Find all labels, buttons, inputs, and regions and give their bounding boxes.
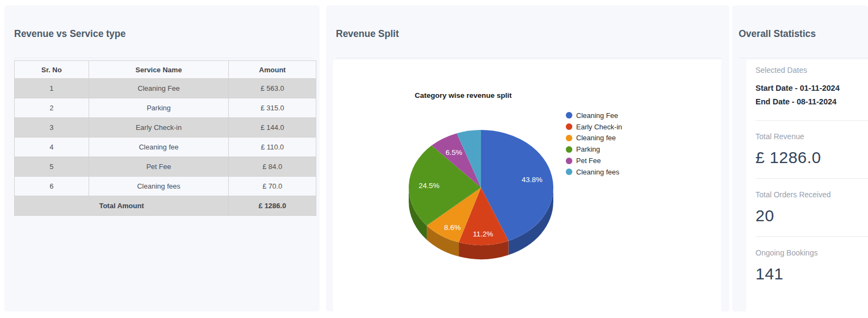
revenue-split-card: Revenue Split Category wise revenue spli… <box>326 5 729 311</box>
divider <box>739 58 868 58</box>
divider <box>755 120 868 121</box>
table-header-row: Sr. NoService NameAmount <box>15 61 316 79</box>
legend-color-dot <box>566 112 572 119</box>
total-amount-value: £ 1286.0 <box>229 196 316 216</box>
legend-item[interactable]: Cleaning fee <box>566 133 622 144</box>
pie-chart-title: Category wise revenue split <box>415 91 512 99</box>
legend-color-dot <box>566 123 572 130</box>
legend-item[interactable]: Parking <box>566 144 622 155</box>
revenue-vs-service-card: Revenue vs Service type Sr. NoService Na… <box>4 5 320 311</box>
selected-dates-label: Selected Dates <box>755 66 863 74</box>
card-title-overall-statistics: Overall Statistics <box>739 28 816 40</box>
total-orders-label: Total Orders Received <box>755 190 863 199</box>
column-header: Amount <box>229 61 316 79</box>
legend-color-dot <box>566 158 572 164</box>
divider <box>755 236 868 237</box>
pie-percent-label: 24.5% <box>419 182 439 190</box>
end-date-text: End Date - 08-11-2024 <box>755 95 863 109</box>
card-title-revenue-vs-service: Revenue vs Service type <box>14 28 126 40</box>
table-total-row: Total Amount £ 1286.0 <box>15 196 316 216</box>
divider <box>336 58 722 58</box>
revenue-table: Sr. NoService NameAmount 1Cleaning Fee£ … <box>14 60 316 216</box>
card-title-revenue-split: Revenue Split <box>336 28 399 40</box>
legend-color-dot <box>566 146 572 153</box>
total-orders-value: 20 <box>755 207 863 225</box>
stats-panel: Selected Dates Start Date - 01-11-2024 E… <box>746 60 868 311</box>
divider <box>14 58 312 58</box>
pie-chart[interactable]: 43.8%11.2%8.6%24.5%6.5% <box>333 60 721 311</box>
total-amount-label: Total Amount <box>15 196 229 216</box>
column-header: Service Name <box>89 61 229 79</box>
chart-legend: Cleaning FeeEarly Check-inCleaning feePa… <box>566 110 622 178</box>
pie-percent-label: 11.2% <box>473 230 493 238</box>
legend-item[interactable]: Pet Fee <box>566 155 622 166</box>
table-row: 1Cleaning Fee£ 563.0 <box>15 79 316 98</box>
column-header: Sr. No <box>15 61 89 79</box>
pie-percent-label: 8.6% <box>444 223 461 232</box>
table-row: 5Pet Fee£ 84.0 <box>15 157 316 177</box>
divider <box>755 178 868 179</box>
total-revenue-label: Total Revenue <box>755 132 863 141</box>
ongoing-bookings-value: 141 <box>755 265 863 283</box>
table-row: 2Parking£ 315.0 <box>15 98 316 118</box>
overall-statistics-card: Overall Statistics Selected Dates Start … <box>732 5 868 311</box>
total-revenue-value: £ 1286.0 <box>755 148 863 167</box>
pie-percent-label: 6.5% <box>446 148 463 157</box>
table-row: 4Cleaning fee£ 110.0 <box>15 138 316 157</box>
table-row: 6Cleaning fees£ 70.0 <box>15 177 316 196</box>
legend-color-dot <box>566 135 572 141</box>
legend-item[interactable]: Early Check-in <box>566 121 622 133</box>
pie-percent-label: 43.8% <box>522 176 542 184</box>
pie-chart-area: Category wise revenue split 43.8%11.2%8.… <box>333 60 721 311</box>
ongoing-bookings-label: Ongoing Bookings <box>755 248 863 257</box>
legend-item[interactable]: Cleaning Fee <box>566 110 622 121</box>
legend-color-dot <box>566 169 572 175</box>
legend-item[interactable]: Cleaning fees <box>566 166 622 178</box>
start-date-text: Start Date - 01-11-2024 <box>755 82 863 95</box>
dashboard: Revenue vs Service type Sr. NoService Na… <box>0 0 868 318</box>
table-row: 3Early Check-in£ 144.0 <box>15 118 316 138</box>
